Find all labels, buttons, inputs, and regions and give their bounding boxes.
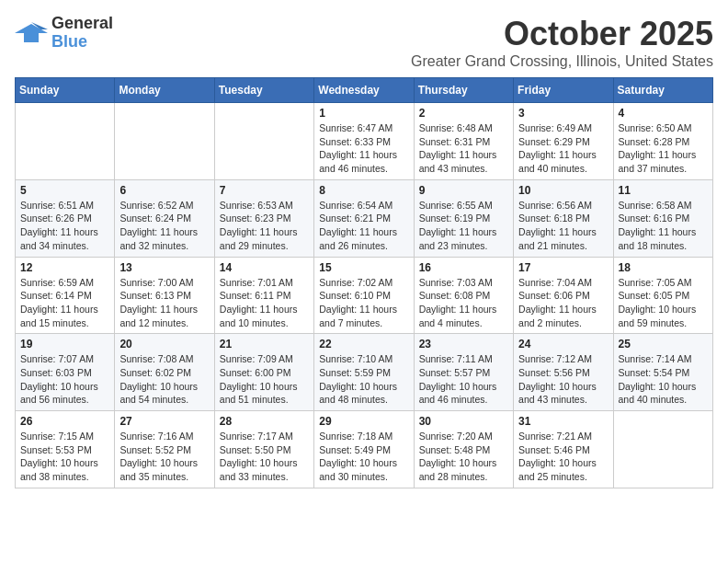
day-content: Sunrise: 7:11 AM Sunset: 5:57 PM Dayligh… [419,352,508,407]
logo-line2: Blue [51,33,113,52]
calendar-header-row: SundayMondayTuesdayWednesdayThursdayFrid… [16,78,713,103]
day-number: 6 [119,184,209,197]
calendar-cell: 11Sunrise: 6:58 AM Sunset: 6:16 PM Dayli… [613,179,712,257]
day-number: 5 [20,184,109,197]
calendar-cell: 26Sunrise: 7:15 AM Sunset: 5:53 PM Dayli… [16,411,115,488]
calendar-cell [214,103,313,180]
day-number: 31 [518,415,608,428]
calendar-cell: 18Sunrise: 7:05 AM Sunset: 6:05 PM Dayli… [613,257,712,334]
day-content: Sunrise: 7:09 AM Sunset: 6:00 PM Dayligh… [220,352,309,407]
day-number: 1 [319,107,408,120]
day-number: 9 [419,184,508,197]
calendar-header-wednesday: Wednesday [314,78,414,103]
day-number: 16 [419,261,508,274]
calendar-cell: 27Sunrise: 7:16 AM Sunset: 5:52 PM Dayli… [115,411,214,488]
day-content: Sunrise: 6:59 AM Sunset: 6:14 PM Dayligh… [20,276,109,330]
calendar-cell: 13Sunrise: 7:00 AM Sunset: 6:13 PM Dayli… [115,257,214,334]
calendar-week-3: 12Sunrise: 6:59 AM Sunset: 6:14 PM Dayli… [16,257,713,334]
day-content: Sunrise: 7:16 AM Sunset: 5:52 PM Dayligh… [119,430,209,484]
day-content: Sunrise: 7:20 AM Sunset: 5:48 PM Dayligh… [419,430,508,484]
day-number: 2 [419,107,508,120]
day-number: 30 [419,415,508,428]
day-content: Sunrise: 7:02 AM Sunset: 6:10 PM Dayligh… [319,276,408,330]
logo-line1: General [51,15,113,33]
day-content: Sunrise: 6:55 AM Sunset: 6:19 PM Dayligh… [419,199,508,253]
header: General Blue October 2025 Greater Grand … [15,15,713,70]
calendar-header-tuesday: Tuesday [214,78,313,103]
day-content: Sunrise: 7:08 AM Sunset: 6:02 PM Dayligh… [119,352,209,407]
day-number: 8 [319,184,408,197]
day-number: 3 [518,107,608,120]
day-number: 22 [319,338,408,350]
calendar-cell: 25Sunrise: 7:14 AM Sunset: 5:54 PM Dayli… [613,334,712,411]
calendar-cell [16,103,115,180]
calendar-cell: 12Sunrise: 6:59 AM Sunset: 6:14 PM Dayli… [16,257,115,334]
day-number: 24 [518,338,608,350]
calendar-cell: 6Sunrise: 6:52 AM Sunset: 6:24 PM Daylig… [115,179,214,257]
day-content: Sunrise: 7:10 AM Sunset: 5:59 PM Dayligh… [319,352,408,407]
day-content: Sunrise: 7:05 AM Sunset: 6:05 PM Dayligh… [619,276,708,330]
day-content: Sunrise: 6:56 AM Sunset: 6:18 PM Dayligh… [518,199,608,253]
calendar-cell: 14Sunrise: 7:01 AM Sunset: 6:11 PM Dayli… [214,257,313,334]
day-number: 14 [220,261,309,274]
calendar-cell: 9Sunrise: 6:55 AM Sunset: 6:19 PM Daylig… [414,179,513,257]
calendar-header-sunday: Sunday [16,78,115,103]
calendar-cell: 15Sunrise: 7:02 AM Sunset: 6:10 PM Dayli… [314,257,414,334]
calendar-week-5: 26Sunrise: 7:15 AM Sunset: 5:53 PM Dayli… [16,411,713,488]
calendar-cell: 5Sunrise: 6:51 AM Sunset: 6:26 PM Daylig… [16,179,115,257]
day-content: Sunrise: 6:51 AM Sunset: 6:26 PM Dayligh… [20,199,109,253]
calendar-cell: 16Sunrise: 7:03 AM Sunset: 6:08 PM Dayli… [414,257,513,334]
calendar-cell: 2Sunrise: 6:48 AM Sunset: 6:31 PM Daylig… [414,103,513,180]
day-content: Sunrise: 6:47 AM Sunset: 6:33 PM Dayligh… [319,121,408,176]
calendar-cell: 29Sunrise: 7:18 AM Sunset: 5:49 PM Dayli… [314,411,414,488]
day-number: 19 [20,338,109,350]
day-number: 15 [319,261,408,274]
calendar-cell: 23Sunrise: 7:11 AM Sunset: 5:57 PM Dayli… [414,334,513,411]
day-number: 20 [119,338,209,350]
logo: General Blue [15,15,113,52]
day-number: 27 [119,415,209,428]
calendar-cell: 24Sunrise: 7:12 AM Sunset: 5:56 PM Dayli… [514,334,613,411]
calendar-cell: 8Sunrise: 6:54 AM Sunset: 6:21 PM Daylig… [314,179,414,257]
title-block: October 2025 Greater Grand Crossing, Ill… [411,15,713,70]
day-content: Sunrise: 7:03 AM Sunset: 6:08 PM Dayligh… [419,276,508,330]
calendar-cell [115,103,214,180]
day-content: Sunrise: 7:01 AM Sunset: 6:11 PM Dayligh… [220,276,309,330]
day-number: 26 [20,415,109,428]
location-title: Greater Grand Crossing, Illinois, United… [411,53,713,70]
day-number: 28 [220,415,309,428]
day-content: Sunrise: 6:58 AM Sunset: 6:16 PM Dayligh… [619,199,708,253]
day-number: 13 [119,261,209,274]
day-content: Sunrise: 6:48 AM Sunset: 6:31 PM Dayligh… [419,121,508,176]
calendar-cell: 20Sunrise: 7:08 AM Sunset: 6:02 PM Dayli… [115,334,214,411]
calendar-cell: 30Sunrise: 7:20 AM Sunset: 5:48 PM Dayli… [414,411,513,488]
calendar-cell [613,411,712,488]
day-number: 11 [619,184,708,197]
calendar-cell: 17Sunrise: 7:04 AM Sunset: 6:06 PM Dayli… [514,257,613,334]
day-content: Sunrise: 7:17 AM Sunset: 5:50 PM Dayligh… [220,430,309,484]
day-content: Sunrise: 7:07 AM Sunset: 6:03 PM Dayligh… [20,352,109,407]
calendar-cell: 19Sunrise: 7:07 AM Sunset: 6:03 PM Dayli… [16,334,115,411]
calendar-header-friday: Friday [514,78,613,103]
calendar-header-monday: Monday [115,78,214,103]
calendar-week-4: 19Sunrise: 7:07 AM Sunset: 6:03 PM Dayli… [16,334,713,411]
day-number: 12 [20,261,109,274]
svg-marker-0 [15,24,48,42]
logo-icon [15,20,48,46]
day-number: 21 [220,338,309,350]
day-number: 17 [518,261,608,274]
calendar-week-1: 1Sunrise: 6:47 AM Sunset: 6:33 PM Daylig… [16,103,713,180]
calendar-cell: 1Sunrise: 6:47 AM Sunset: 6:33 PM Daylig… [314,103,414,180]
day-content: Sunrise: 6:50 AM Sunset: 6:28 PM Dayligh… [619,121,708,176]
day-content: Sunrise: 7:04 AM Sunset: 6:06 PM Dayligh… [518,276,608,330]
calendar-table: SundayMondayTuesdayWednesdayThursdayFrid… [15,77,713,488]
day-number: 29 [319,415,408,428]
day-content: Sunrise: 7:18 AM Sunset: 5:49 PM Dayligh… [319,430,408,484]
calendar-cell: 3Sunrise: 6:49 AM Sunset: 6:29 PM Daylig… [514,103,613,180]
calendar-cell: 21Sunrise: 7:09 AM Sunset: 6:00 PM Dayli… [214,334,313,411]
calendar-week-2: 5Sunrise: 6:51 AM Sunset: 6:26 PM Daylig… [16,179,713,257]
day-content: Sunrise: 7:21 AM Sunset: 5:46 PM Dayligh… [518,430,608,484]
day-content: Sunrise: 7:14 AM Sunset: 5:54 PM Dayligh… [619,352,708,407]
day-content: Sunrise: 6:54 AM Sunset: 6:21 PM Dayligh… [319,199,408,253]
day-content: Sunrise: 7:12 AM Sunset: 5:56 PM Dayligh… [518,352,608,407]
